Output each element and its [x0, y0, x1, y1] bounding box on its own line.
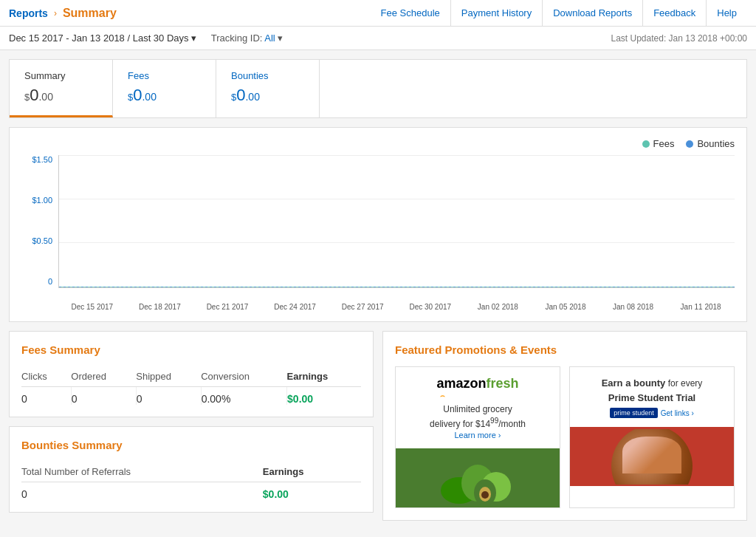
val-bounties-earnings: $0.00 [263, 482, 361, 501]
svg-point-7 [481, 491, 489, 499]
fees-dollars: 0 [133, 86, 142, 104]
payment-history-button[interactable]: Payment History [450, 0, 542, 27]
x-label-7: Jan 05 2018 [532, 303, 599, 311]
legend-fees: Fees [642, 138, 675, 149]
last30-dropdown[interactable]: Last 30 Days [133, 33, 189, 44]
x-label-4: Dec 27 2017 [329, 303, 396, 311]
bottom-panels: Fees Summary Clicks Ordered Shipped Conv… [9, 331, 747, 521]
x-label-6: Jan 02 2018 [464, 303, 532, 311]
x-label-8: Jan 08 2018 [599, 303, 667, 311]
tracking-id-section: Tracking ID: All ▾ [211, 33, 284, 44]
col-shipped: Shipped [136, 366, 201, 387]
amazon-fresh-top: amazonfresh ⌢ Unlimited grocerydelivery … [396, 367, 560, 448]
fees-cents: .00 [142, 91, 156, 103]
fees-card-value: $0.00 [128, 86, 201, 105]
right-panel: Featured Promotions & Events amazonfresh… [382, 331, 747, 521]
left-panel: Fees Summary Clicks Ordered Shipped Conv… [9, 331, 374, 521]
feedback-button[interactable]: Feedback [642, 0, 706, 27]
prime-student-text: Earn a bounty for everyPrime Student Tri… [579, 376, 725, 405]
date-range-text: Dec 15 2017 - Jan 13 2018 / [9, 33, 130, 44]
x-label-3: Dec 24 2017 [261, 303, 329, 311]
tracking-all-dropdown[interactable]: All [264, 33, 275, 44]
fees-summary-title: Fees Summary [21, 343, 361, 356]
dropdown-arrow: ▾ [191, 33, 196, 44]
chart-svg [59, 155, 735, 287]
x-label-0: Dec 15 2017 [58, 303, 126, 311]
breadcrumb: Reports › Summary [9, 7, 117, 20]
card-spacer [320, 60, 746, 117]
y-axis: $1.50 $1.00 $0.50 0 [21, 155, 58, 288]
col-ordered: Ordered [71, 366, 136, 387]
amazon-fresh-logo: amazonfresh ⌢ [405, 376, 551, 400]
y-label-0: 0 [48, 277, 52, 286]
summary-card-summary[interactable]: Summary $0.00 [10, 60, 113, 117]
summary-card-fees[interactable]: Fees $0.00 [113, 60, 216, 117]
fees-legend-label: Fees [653, 138, 675, 149]
amazon-fresh-text: Unlimited grocerydelivery for $1499/mont… [405, 403, 551, 431]
bounties-summary-title: Bounties Summary [21, 439, 361, 451]
fee-schedule-button[interactable]: Fee Schedule [371, 0, 450, 27]
learn-more-link[interactable]: Learn more › [405, 431, 551, 439]
col-clicks: Clicks [21, 366, 71, 387]
main-content: Summary $0.00 Fees $0.00 Bounties $0.00 [0, 50, 756, 530]
tracking-dropdown-arrow: ▾ [278, 33, 283, 44]
fees-summary-panel: Fees Summary Clicks Ordered Shipped Conv… [9, 331, 374, 417]
subtitle-bar: Dec 15 2017 - Jan 13 2018 / Last 30 Days… [0, 27, 756, 50]
summary-cents: .00 [38, 91, 52, 103]
last-updated-text: Last Updated: Jan 13 2018 +00:00 [611, 33, 747, 44]
x-label-1: Dec 18 2017 [126, 303, 194, 311]
val-ordered: 0 [71, 387, 136, 406]
top-navigation: Reports › Summary Fee Schedule Payment H… [0, 0, 756, 27]
top-nav-buttons: Fee Schedule Payment History Download Re… [371, 0, 747, 27]
chart-canvas [58, 155, 735, 288]
chart-area: Fees Bounties $1.50 $1.00 $0.50 0 [9, 127, 747, 322]
date-range-section: Dec 15 2017 - Jan 13 2018 / Last 30 Days… [9, 33, 283, 44]
val-referrals: 0 [21, 482, 263, 501]
bounties-legend-label: Bounties [697, 138, 735, 149]
summary-card-bounties[interactable]: Bounties $0.00 [216, 60, 320, 117]
summary-dollars: 0 [30, 86, 38, 104]
help-button[interactable]: Help [706, 0, 747, 27]
col-bounties-earnings: Earnings [263, 462, 361, 482]
breadcrumb-chevron: › [54, 8, 57, 18]
summary-cards-row: Summary $0.00 Fees $0.00 Bounties $0.00 [9, 59, 747, 118]
fees-summary-table: Clicks Ordered Shipped Conversion Earnin… [21, 366, 361, 405]
amazon-fresh-image [396, 448, 560, 507]
val-earnings: $0.00 [287, 387, 361, 406]
col-conversion: Conversion [201, 366, 286, 387]
x-label-9: Jan 11 2018 [667, 303, 735, 311]
col-referrals: Total Number of Referrals [21, 462, 263, 482]
x-axis: Dec 15 2017 Dec 18 2017 Dec 21 2017 Dec … [58, 303, 735, 311]
x-label-5: Dec 30 2017 [396, 303, 464, 311]
bounties-dollars: 0 [236, 86, 245, 104]
prime-badge: prime student [610, 408, 658, 418]
y-label-050: $0.50 [32, 236, 52, 245]
y-label-150: $1.50 [32, 155, 52, 164]
bounties-card-title: Bounties [231, 70, 304, 81]
val-clicks: 0 [21, 387, 71, 406]
get-links[interactable]: Get links › [661, 409, 694, 417]
bounties-summary-panel: Bounties Summary Total Number of Referra… [9, 426, 374, 513]
summary-card-value: $0.00 [24, 86, 97, 105]
summary-card-title: Summary [24, 70, 97, 81]
download-reports-button[interactable]: Download Reports [542, 0, 642, 27]
page-title: Summary [63, 7, 117, 20]
amazon-fresh-promo[interactable]: amazonfresh ⌢ Unlimited grocerydelivery … [395, 366, 560, 508]
people-image [611, 429, 693, 485]
featured-title: Featured Promotions & Events [395, 343, 735, 356]
tracking-label: Tracking ID: [211, 33, 263, 44]
prime-student-logo: prime student Get links › [579, 408, 725, 418]
fees-card-title: Fees [128, 70, 201, 81]
vegetables-svg [433, 450, 522, 505]
col-earnings: Earnings [287, 366, 361, 387]
bounties-cents: .00 [245, 91, 259, 103]
x-label-2: Dec 21 2017 [193, 303, 261, 311]
prime-student-top: Earn a bounty for everyPrime Student Tri… [570, 367, 734, 427]
bounties-dot [686, 140, 693, 148]
reports-link[interactable]: Reports [9, 7, 48, 19]
prime-student-promo[interactable]: Earn a bounty for everyPrime Student Tri… [569, 366, 735, 508]
fees-data-row: 0 0 0 0.00% $0.00 [21, 387, 361, 406]
bounties-data-row: 0 $0.00 [21, 482, 361, 501]
bounties-summary-table: Total Number of Referrals Earnings 0 $0.… [21, 462, 361, 500]
people-silhouette [622, 437, 681, 473]
